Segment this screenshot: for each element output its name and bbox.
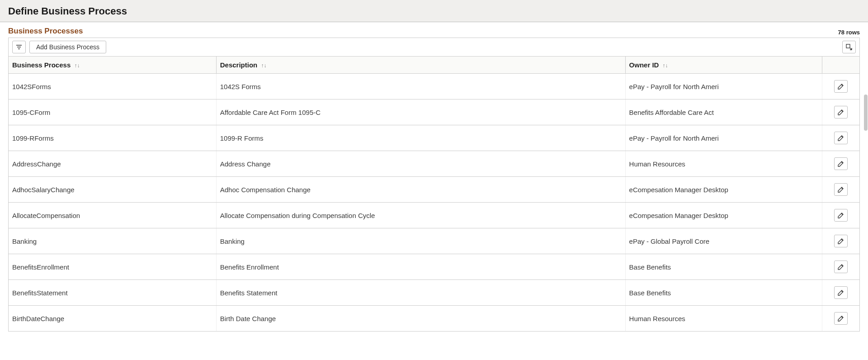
table-row: AllocateCompensationAllocate Compensatio… xyxy=(9,203,860,228)
cell-description: 1099-R Forms xyxy=(216,125,625,151)
table-row: BankingBankingePay - Global Payroll Core xyxy=(9,228,860,254)
pencil-icon xyxy=(837,212,844,219)
cell-process: AddressChange xyxy=(9,151,217,177)
table-row: BenefitsStatementBenefits StatementBase … xyxy=(9,280,860,306)
edit-row-button[interactable] xyxy=(834,235,848,247)
subheader-row: Business Processes 78 rows xyxy=(8,27,860,36)
cell-process: AllocateCompensation xyxy=(9,203,217,228)
cell-description: Benefits Enrollment xyxy=(216,254,625,280)
pencil-icon xyxy=(837,263,844,270)
cell-description: Address Change xyxy=(216,151,625,177)
cell-process: 1042SForms xyxy=(9,74,217,99)
cell-owner: Base Benefits xyxy=(625,280,822,306)
cell-owner: ePay - Payroll for North Ameri xyxy=(625,125,822,151)
col-header-owner-label: Owner ID xyxy=(629,61,659,69)
cell-actions xyxy=(822,99,859,125)
table-row: BirthDateChangeBirth Date ChangeHuman Re… xyxy=(9,306,860,332)
cell-process: 1095-CForm xyxy=(9,99,217,125)
cell-actions xyxy=(822,177,859,203)
cell-actions xyxy=(822,203,859,228)
cell-description: Banking xyxy=(216,228,625,254)
cell-actions xyxy=(822,125,859,151)
edit-row-button[interactable] xyxy=(834,132,848,144)
pencil-icon xyxy=(837,289,844,296)
table-row: 1095-CFormAffordable Care Act Form 1095-… xyxy=(9,99,860,125)
col-header-owner[interactable]: Owner ID ↑↓ xyxy=(625,57,822,74)
cell-description: Birth Date Change xyxy=(216,306,625,332)
table-row: 1099-RForms1099-R FormsePay - Payroll fo… xyxy=(9,125,860,151)
cell-actions xyxy=(822,254,859,280)
edit-row-button[interactable] xyxy=(834,157,848,170)
sort-icon: ↑↓ xyxy=(663,62,668,69)
table-row: BenefitsEnrollmentBenefits EnrollmentBas… xyxy=(9,254,860,280)
cell-actions xyxy=(822,151,859,177)
business-process-table: Business Process ↑↓ Description ↑↓ Owner… xyxy=(8,56,860,332)
toolbar: Add Business Process xyxy=(8,38,860,56)
cell-process: BenefitsEnrollment xyxy=(9,254,217,280)
pencil-icon xyxy=(837,315,844,322)
cell-process: BenefitsStatement xyxy=(9,280,217,306)
cell-actions xyxy=(822,228,859,254)
cell-description: Benefits Statement xyxy=(216,280,625,306)
table-wrap: Business Process ↑↓ Description ↑↓ Owner… xyxy=(8,56,860,332)
table-header-row: Business Process ↑↓ Description ↑↓ Owner… xyxy=(9,57,860,74)
col-header-process-label: Business Process xyxy=(12,61,71,69)
section-title: Business Processes xyxy=(8,27,83,36)
toolbar-left: Add Business Process xyxy=(12,41,106,53)
sort-icon: ↑↓ xyxy=(74,62,80,69)
edit-row-button[interactable] xyxy=(834,286,848,299)
filter-button[interactable] xyxy=(12,41,26,53)
cell-description: Affordable Care Act Form 1095-C xyxy=(216,99,625,125)
pencil-icon xyxy=(837,237,844,245)
cell-description: Allocate Compensation during Compensatio… xyxy=(216,203,625,228)
table-row: 1042SForms1042S FormsePay - Payroll for … xyxy=(9,74,860,99)
pencil-icon xyxy=(837,186,844,193)
edit-row-button[interactable] xyxy=(834,209,848,222)
edit-row-button[interactable] xyxy=(834,312,848,325)
cell-owner: Base Benefits xyxy=(625,254,822,280)
row-count-label: 78 rows xyxy=(838,29,860,36)
scrollbar-thumb[interactable] xyxy=(864,95,868,131)
pencil-icon xyxy=(837,160,844,167)
cell-owner: Human Resources xyxy=(625,306,822,332)
col-header-description[interactable]: Description ↑↓ xyxy=(216,57,625,74)
cell-process: AdhocSalaryChange xyxy=(9,177,217,203)
table-row: AdhocSalaryChangeAdhoc Compensation Chan… xyxy=(9,177,860,203)
svg-rect-3 xyxy=(846,44,850,48)
edit-row-button[interactable] xyxy=(834,261,848,273)
pencil-icon xyxy=(837,109,844,116)
page-header: Define Business Process xyxy=(0,0,868,22)
cell-description: 1042S Forms xyxy=(216,74,625,99)
edit-row-button[interactable] xyxy=(834,183,848,196)
export-button[interactable] xyxy=(842,41,856,53)
cell-actions xyxy=(822,74,859,99)
content-area: Business Processes 78 rows Add Business … xyxy=(0,22,868,332)
cell-description: Adhoc Compensation Change xyxy=(216,177,625,203)
table-row: AddressChangeAddress ChangeHuman Resourc… xyxy=(9,151,860,177)
add-business-process-label: Add Business Process xyxy=(36,43,99,51)
cell-actions xyxy=(822,280,859,306)
cell-owner: ePay - Payroll for North Ameri xyxy=(625,74,822,99)
cell-owner: Benefits Affordable Care Act xyxy=(625,99,822,125)
cell-owner: eCompesation Manager Desktop xyxy=(625,177,822,203)
cell-owner: ePay - Global Payroll Core xyxy=(625,228,822,254)
page-title: Define Business Process xyxy=(8,5,860,17)
add-business-process-button[interactable]: Add Business Process xyxy=(29,41,106,53)
cell-actions xyxy=(822,306,859,332)
pencil-icon xyxy=(837,134,844,142)
filter-icon xyxy=(15,43,23,51)
col-header-description-label: Description xyxy=(220,61,258,69)
cell-process: BirthDateChange xyxy=(9,306,217,332)
export-icon xyxy=(845,43,853,51)
cell-owner: eCompesation Manager Desktop xyxy=(625,203,822,228)
edit-row-button[interactable] xyxy=(834,106,848,118)
edit-row-button[interactable] xyxy=(834,80,848,93)
col-header-process[interactable]: Business Process ↑↓ xyxy=(9,57,217,74)
pencil-icon xyxy=(837,83,844,90)
col-header-actions xyxy=(822,57,859,74)
cell-owner: Human Resources xyxy=(625,151,822,177)
cell-process: 1099-RForms xyxy=(9,125,217,151)
sort-icon: ↑↓ xyxy=(261,62,266,69)
cell-process: Banking xyxy=(9,228,217,254)
